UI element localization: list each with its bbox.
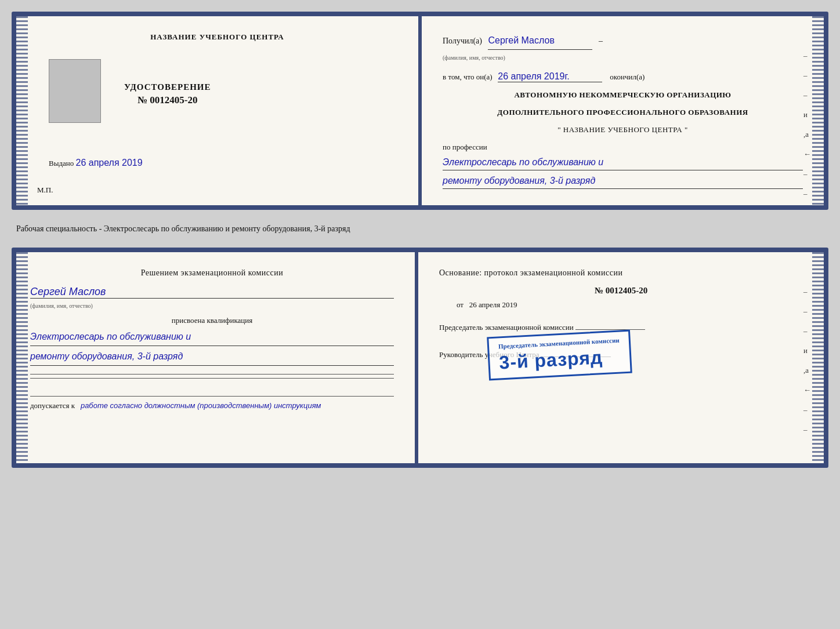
poluchil-label: Получил(а) <box>443 37 482 45</box>
top-cert-right: – – – и ,а ← – – Получил(а) Сергей Масло… <box>418 16 824 205</box>
top-certificate: НАЗВАНИЕ УЧЕБНОГО ЦЕНТРА УДОСТОВЕРЕНИЕ №… <box>12 12 828 210</box>
org-line3: " НАЗВАНИЕ УЧЕБНОГО ЦЕНТРА " <box>443 125 803 134</box>
predsedatel-signature <box>575 329 645 330</box>
qualification-line2: ремонту оборудования, 3-й разряд <box>30 348 394 366</box>
prisvoena-label: присвоена квалификация <box>30 316 394 325</box>
dashes-right: – – – и ,а ← – – <box>803 51 811 198</box>
vtom-line: в том, что он(а) 26 апреля 2019г. окончи… <box>443 71 803 82</box>
photo-placeholder <box>49 59 101 123</box>
middle-text: Рабочая специальность - Электрослесарь п… <box>12 220 828 237</box>
dopuskaetsya-label: допускается к <box>30 401 75 410</box>
ot-label: от <box>457 300 464 309</box>
page-wrapper: НАЗВАНИЕ УЧЕБНОГО ЦЕНТРА УДОСТОВЕРЕНИЕ №… <box>12 12 828 468</box>
udostoverenie-title: УДОСТОВЕРЕНИЕ <box>124 82 211 92</box>
bottom-name: Сергей Маслов <box>30 286 394 299</box>
top-cert-left-header: НАЗВАНИЕ УЧЕБНОГО ЦЕНТРА <box>37 32 397 42</box>
udostoverenie-block: УДОСТОВЕРЕНИЕ № 0012405-20 <box>124 82 211 106</box>
okonchil-label: окончил(а) <box>610 72 645 81</box>
profession-line2: ремонту оборудования, 3-й разряд <box>443 173 803 189</box>
ot-date-value: 26 апреля 2019 <box>469 300 517 309</box>
po-professii-label: по профессии <box>443 143 803 152</box>
vydano-date: 26 апреля 2019 <box>76 158 143 168</box>
bottom-name-block: Сергей Маслов (фамилия, имя, отчество) <box>30 286 394 310</box>
bottom-certificate: Решением экзаменационной комиссии Сергей… <box>12 248 828 468</box>
bottom-cert-left: Решением экзаменационной комиссии Сергей… <box>16 252 415 463</box>
fio-subtitle: (фамилия, имя, отчество) <box>443 54 505 61</box>
mp-label: М.П. <box>37 186 53 195</box>
dopuskaetsya-value: работе согласно должностным (производств… <box>81 401 321 410</box>
vydano-line: Выдано 26 апреля 2019 <box>37 158 397 168</box>
bottom-cert-right: – – – и ,а ← – – Основание: протокол экз… <box>415 252 824 463</box>
protocol-num: № 0012405-20 <box>439 286 803 296</box>
bottom-dashes-right: – – – и ,а ← – – <box>803 287 811 434</box>
org-line1: АВТОНОМНУЮ НЕКОММЕРЧЕСКУЮ ОРГАНИЗАЦИЮ <box>443 90 803 100</box>
bottom-fio-subtitle: (фамилия, имя, отчество) <box>30 303 93 309</box>
udostoverenie-num: № 0012405-20 <box>124 94 211 106</box>
received-line: Получил(а) Сергей Маслов – (фамилия, имя… <box>443 32 803 64</box>
osnovanie-title: Основание: протокол экзаменационной коми… <box>439 268 803 278</box>
ot-date: от 26 апреля 2019 <box>457 300 803 310</box>
stamp-text: 3-й разряд <box>499 346 621 374</box>
qualification-line1: Электрослесарь по обслуживанию и <box>30 329 394 346</box>
dopuskaetsya-block: допускается к работе согласно должностны… <box>30 396 394 410</box>
resheniye-title: Решением экзаменационной комиссии <box>30 268 394 278</box>
poluchil-name: Сергей Маслов <box>488 32 592 50</box>
vydano-label: Выдано <box>49 159 74 168</box>
predsedatel-text: Председатель экзаменационной комиссии <box>439 323 574 332</box>
profession-line1: Электрослесарь по обслуживанию и <box>443 154 803 170</box>
stamp: Председатель экзаменационной комиссии 3-… <box>487 330 632 381</box>
org-line2: ДОПОЛНИТЕЛЬНОГО ПРОФЕССИОНАЛЬНОГО ОБРАЗО… <box>443 108 803 117</box>
vtom-date: 26 апреля 2019г. <box>498 71 602 82</box>
vtom-label: в том, что он(а) <box>443 72 493 81</box>
top-cert-left: НАЗВАНИЕ УЧЕБНОГО ЦЕНТРА УДОСТОВЕРЕНИЕ №… <box>16 16 418 205</box>
